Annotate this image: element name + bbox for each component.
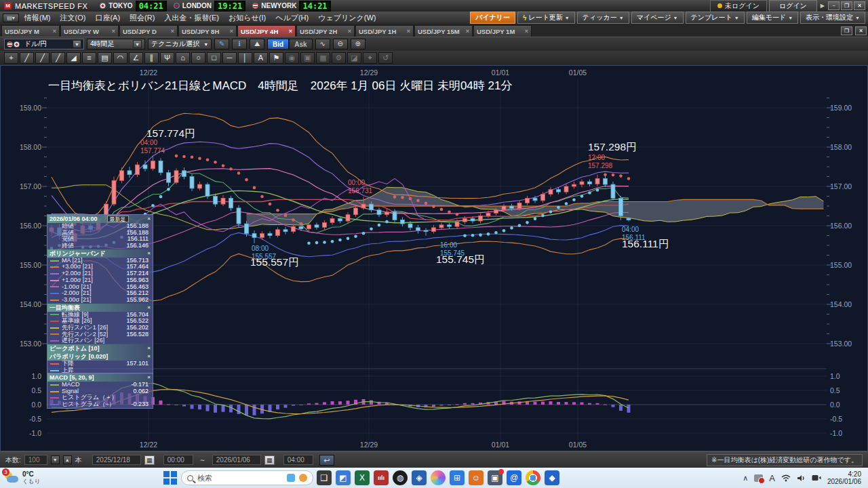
- menu-item[interactable]: 注文(O): [60, 13, 86, 23]
- menu-grid-icon[interactable]: ▤▾: [3, 14, 19, 22]
- panel-close-icon[interactable]: ×: [147, 344, 151, 352]
- tab-close-icon[interactable]: ×: [230, 28, 233, 35]
- trendline2-tool[interactable]: ╱: [35, 52, 50, 64]
- menu-item[interactable]: ヘルプ(H): [275, 13, 309, 23]
- tab-close-icon[interactable]: ×: [407, 28, 410, 35]
- taskbar-weather-widget[interactable]: 3 0°C くもり: [0, 471, 163, 485]
- to-time-input[interactable]: 04:00: [283, 455, 313, 465]
- vlines-tool[interactable]: ∥: [144, 52, 159, 64]
- bar-count-input[interactable]: 100: [24, 455, 47, 465]
- start-button[interactable]: [163, 470, 178, 485]
- hlines3-tool[interactable]: ≡: [82, 52, 96, 64]
- vline-tool[interactable]: │: [238, 52, 252, 64]
- text-tool[interactable]: A: [254, 52, 268, 64]
- zoom-in-icon[interactable]: ⊕: [351, 39, 366, 49]
- count-up-icon[interactable]: ▲: [63, 455, 72, 464]
- pin-tool[interactable]: ⚑: [269, 52, 283, 64]
- support-app-icon[interactable]: ☺: [469, 470, 484, 485]
- tab-usd-jpy-8h[interactable]: USD/JPY 8H×: [178, 25, 237, 37]
- pencil-icon[interactable]: ✎: [214, 39, 229, 49]
- menu-item[interactable]: 情報(M): [24, 13, 51, 23]
- tab-close-icon[interactable]: ×: [53, 28, 56, 35]
- tray-alert-icon[interactable]: [754, 474, 763, 482]
- menubar-button[interactable]: ティッカー▼: [577, 12, 629, 24]
- photos-icon[interactable]: ◩: [336, 470, 351, 485]
- chrome-icon[interactable]: [526, 470, 540, 485]
- menu-item[interactable]: 入出金・振替(E): [164, 13, 219, 23]
- tray-clock[interactable]: 4:20 2026/01/06: [827, 470, 861, 485]
- taskbar-search[interactable]: 検索: [181, 470, 313, 485]
- wifi-icon[interactable]: [781, 474, 791, 482]
- ruler-tool[interactable]: ◢: [66, 52, 81, 64]
- pitchfork-tool[interactable]: Ψ: [160, 52, 174, 64]
- login-button[interactable]: ログイン: [769, 0, 817, 12]
- pentagon-tool[interactable]: ⌂: [176, 52, 190, 64]
- eraser-tool[interactable]: ◪: [347, 52, 361, 64]
- tab-restore-icon[interactable]: ❒: [841, 26, 852, 35]
- camera-icon[interactable]: [812, 474, 821, 481]
- tray-chevron-icon[interactable]: ∧: [743, 474, 748, 483]
- portal-app-icon[interactable]: ◈: [412, 470, 427, 485]
- group-tool[interactable]: ▦: [316, 52, 330, 64]
- fan-tool[interactable]: ∠: [129, 52, 143, 64]
- menu-item[interactable]: お知らせ(I): [229, 13, 266, 23]
- ime-mode-icon[interactable]: A: [769, 473, 775, 483]
- reload-range-icon[interactable]: ↩: [319, 455, 334, 466]
- trendline3-tool[interactable]: ╱: [51, 52, 65, 64]
- menubar-button[interactable]: テンプレート▼: [686, 12, 745, 24]
- menubar-button[interactable]: ϟレート更新▼: [517, 12, 575, 24]
- tab-usd-jpy-w[interactable]: USD/JPY W×: [60, 25, 119, 37]
- wrench-tool[interactable]: ⚙: [332, 52, 346, 64]
- tab-usd-jpy-15m[interactable]: USD/JPY 15M×: [414, 25, 473, 37]
- menubar-button[interactable]: 表示・環境設定▼: [800, 12, 865, 24]
- mail-app-icon[interactable]: @: [507, 470, 521, 485]
- menu-item[interactable]: 照会(R): [130, 13, 155, 23]
- hlines4-tool[interactable]: ▤: [98, 52, 112, 64]
- crosshair-tool[interactable]: +: [4, 52, 18, 64]
- tab-close-icon[interactable]: ×: [466, 28, 469, 35]
- zoom-out-icon[interactable]: ⊖: [333, 39, 348, 49]
- key-tool[interactable]: ✦: [363, 52, 377, 64]
- from-date-input[interactable]: 2025/12/18: [92, 455, 141, 465]
- dark-app-icon[interactable]: ◍: [393, 470, 408, 485]
- technical-select[interactable]: テクニカル選択▼: [148, 39, 212, 49]
- from-time-input[interactable]: 00:00: [163, 455, 193, 465]
- copilot-icon[interactable]: [431, 470, 446, 485]
- blue-app-icon[interactable]: ◆: [545, 470, 559, 485]
- marketspeed-icon[interactable]: ıılı: [374, 470, 389, 485]
- hline-tool[interactable]: ─: [222, 52, 237, 64]
- tab-close-icon[interactable]: ×: [525, 28, 528, 35]
- tab-usd-jpy-d[interactable]: USD/JPY D×: [119, 25, 178, 37]
- tab-usd-jpy-m[interactable]: USD/JPY M×: [1, 25, 60, 37]
- panel-close-icon[interactable]: ×: [147, 249, 151, 258]
- macd-legend-panel[interactable]: MACD [5, 20, 9]×MACD-0.171Signal0.062ヒスト…: [47, 373, 153, 409]
- tab-usd-jpy-2h[interactable]: USD/JPY 2H×: [296, 25, 355, 37]
- restore-icon[interactable]: ❐: [841, 1, 852, 10]
- tab-usd-jpy-4h[interactable]: USD/JPY 4H×: [237, 25, 296, 37]
- info-icon[interactable]: ℹ: [232, 39, 247, 49]
- menubar-button[interactable]: バイナリー: [470, 12, 515, 24]
- tab-close-icon[interactable]: ×: [348, 28, 351, 35]
- ask-toggle[interactable]: Ask: [289, 39, 312, 49]
- photo-app-icon[interactable]: ▣: [488, 470, 502, 485]
- trendline-tool[interactable]: ╱: [20, 52, 34, 64]
- tab-close-icon[interactable]: ×: [289, 28, 292, 35]
- undo-tool[interactable]: ↺: [378, 52, 393, 64]
- chart-area[interactable]: 159.00159.00158.00158.00157.00157.00156.…: [0, 65, 868, 451]
- fib-arc-tool[interactable]: ◠: [113, 52, 127, 64]
- speaker-icon[interactable]: [797, 474, 806, 482]
- tab-usd-jpy-1m[interactable]: USD/JPY 1M×: [473, 25, 532, 37]
- tab-close-icon[interactable]: ×: [171, 28, 174, 35]
- copy-tool[interactable]: ▣: [300, 52, 315, 64]
- candle-style-icon[interactable]: ∿: [315, 39, 330, 49]
- store-icon[interactable]: ⊞: [450, 470, 465, 485]
- menu-item[interactable]: ウェブリンク(W): [318, 13, 376, 23]
- tab-close-icon[interactable]: ✕: [855, 26, 867, 35]
- excel-icon[interactable]: X: [355, 470, 370, 485]
- circle-tool[interactable]: ○: [191, 52, 205, 64]
- tab-usd-jpy-1h[interactable]: USD/JPY 1H×: [355, 25, 414, 37]
- task-view-icon[interactable]: ❑: [317, 470, 332, 485]
- rect-tool[interactable]: □: [207, 52, 221, 64]
- bid-toggle[interactable]: Bid: [267, 39, 289, 49]
- close-icon[interactable]: ✕: [854, 1, 865, 10]
